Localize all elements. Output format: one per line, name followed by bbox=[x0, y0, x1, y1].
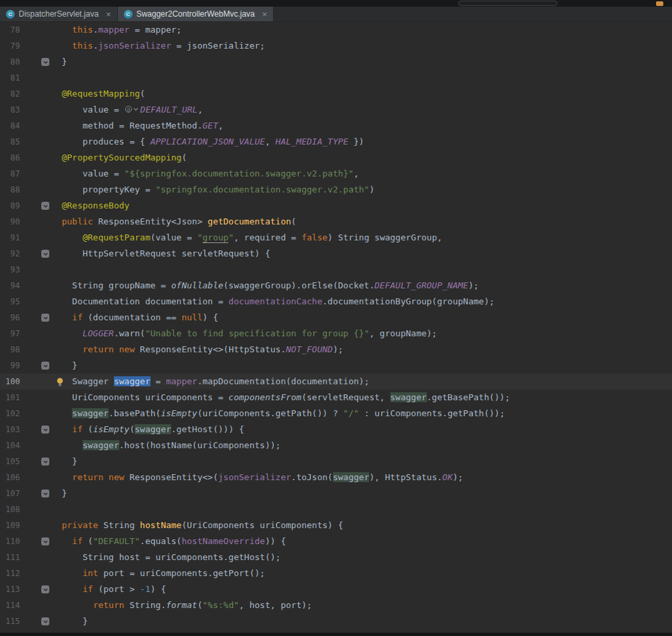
line-number[interactable]: 83 bbox=[0, 102, 20, 118]
code-line[interactable]: 108 bbox=[0, 501, 672, 517]
editor-gutter[interactable]: 86 bbox=[0, 150, 51, 166]
fold-marker-icon[interactable] bbox=[41, 426, 49, 434]
code-line[interactable]: 88 propertyKey = "springfox.documentatio… bbox=[0, 182, 672, 198]
editor-gutter[interactable]: 84 bbox=[0, 118, 51, 134]
tab-close-icon[interactable]: × bbox=[106, 10, 111, 19]
code-line[interactable]: 99 } bbox=[0, 358, 672, 374]
line-number[interactable]: 100 bbox=[0, 374, 20, 390]
editor-gutter[interactable]: 102 bbox=[0, 406, 51, 422]
line-number[interactable]: 109 bbox=[0, 517, 20, 533]
code-line[interactable]: 102 swagger.basePath(isEmpty(uriComponen… bbox=[0, 406, 672, 422]
fold-marker-icon[interactable] bbox=[41, 617, 49, 625]
line-number[interactable]: 87 bbox=[0, 166, 20, 182]
editor-gutter[interactable]: 85 bbox=[0, 134, 51, 150]
editor-gutter[interactable]: 101 bbox=[0, 390, 51, 406]
editor-gutter[interactable]: 98 bbox=[0, 342, 51, 358]
editor-gutter[interactable]: 97 bbox=[0, 326, 51, 342]
code-line[interactable]: 97 LOGGER.warn("Unable to find specifica… bbox=[0, 326, 672, 342]
editor-pane[interactable]: 78 this.mapper = mapper;79 this.jsonSeri… bbox=[0, 22, 672, 633]
code-line[interactable]: 79 this.jsonSerializer = jsonSerializer; bbox=[0, 38, 672, 54]
code-line[interactable]: 81 bbox=[0, 70, 672, 86]
line-number[interactable]: 106 bbox=[0, 470, 20, 485]
code-text[interactable]: return new ResponseEntity<>(HttpStatus.N… bbox=[51, 342, 672, 358]
code-line[interactable]: 98 return new ResponseEntity<>(HttpStatu… bbox=[0, 342, 672, 358]
editor-gutter[interactable]: 109 bbox=[0, 517, 51, 533]
code-text[interactable]: HttpServletRequest servletRequest) { bbox=[51, 246, 672, 262]
editor-gutter[interactable]: 88 bbox=[0, 182, 51, 198]
editor-gutter[interactable]: 90 bbox=[0, 214, 51, 230]
code-lines[interactable]: 78 this.mapper = mapper;79 this.jsonSeri… bbox=[0, 22, 672, 633]
line-number[interactable]: 92 bbox=[0, 246, 20, 262]
code-text[interactable]: } bbox=[51, 485, 672, 501]
code-text[interactable]: this.jsonSerializer = jsonSerializer; bbox=[51, 38, 672, 54]
line-number[interactable]: 97 bbox=[0, 326, 20, 342]
code-text[interactable]: @RequestMapping( bbox=[51, 86, 672, 102]
ide-status-icon[interactable] bbox=[656, 1, 663, 6]
line-number[interactable]: 98 bbox=[0, 342, 20, 358]
code-text[interactable]: propertyKey = "springfox.documentation.s… bbox=[51, 182, 672, 198]
code-line[interactable]: 92 HttpServletRequest servletRequest) { bbox=[0, 246, 672, 262]
line-number[interactable]: 81 bbox=[0, 70, 20, 86]
code-line[interactable]: 110 if ("DEFAULT".equals(hostNameOverrid… bbox=[0, 533, 672, 549]
tab-close-icon[interactable]: × bbox=[262, 10, 268, 19]
code-line[interactable]: 95 Documentation documentation = documen… bbox=[0, 294, 672, 310]
editor-gutter[interactable]: 83 bbox=[0, 102, 51, 118]
code-line[interactable]: 78 this.mapper = mapper; bbox=[0, 22, 672, 38]
code-line[interactable]: 86 @PropertySourcedMapping( bbox=[0, 150, 672, 166]
line-number[interactable]: 99 bbox=[0, 358, 20, 374]
code-line[interactable]: 111 String host = uriComponents.getHost(… bbox=[0, 549, 672, 565]
code-text[interactable]: value = "${springfox.documentation.swagg… bbox=[51, 166, 672, 182]
code-text[interactable]: this.mapper = mapper; bbox=[51, 22, 672, 38]
code-text[interactable]: @ResponseBody bbox=[51, 198, 672, 214]
code-text[interactable]: String groupName = ofNullable(swaggerGro… bbox=[51, 278, 672, 294]
code-text[interactable]: if (documentation == null) { bbox=[51, 310, 672, 326]
code-line[interactable]: 105 } bbox=[0, 454, 672, 470]
editor-gutter[interactable]: 82 bbox=[0, 86, 51, 102]
code-text[interactable]: if ("DEFAULT".equals(hostNameOverride)) … bbox=[51, 533, 672, 549]
editor-gutter[interactable]: 93 bbox=[0, 262, 51, 278]
editor-gutter[interactable]: 95 bbox=[0, 294, 51, 310]
editor-gutter[interactable]: 108 bbox=[0, 501, 51, 517]
editor-gutter[interactable]: 79 bbox=[0, 38, 51, 54]
code-text[interactable]: Documentation documentation = documentat… bbox=[51, 294, 672, 310]
code-line[interactable]: 94 String groupName = ofNullable(swagger… bbox=[0, 278, 672, 294]
code-text[interactable]: if (isEmpty(swagger.getHost())) { bbox=[51, 422, 672, 438]
code-text[interactable] bbox=[51, 262, 672, 278]
line-number[interactable]: 86 bbox=[0, 150, 20, 166]
code-text[interactable]: int port = uriComponents.getPort(); bbox=[51, 565, 672, 581]
editor-gutter[interactable]: 106 bbox=[0, 470, 51, 485]
line-number[interactable]: 113 bbox=[0, 581, 20, 597]
code-text[interactable]: } bbox=[51, 454, 672, 470]
line-number[interactable]: 108 bbox=[0, 501, 20, 517]
line-number[interactable]: 84 bbox=[0, 118, 20, 134]
code-line[interactable]: 84 method = RequestMethod.GET, bbox=[0, 118, 672, 134]
code-text[interactable]: @RequestParam(value = "group", required … bbox=[51, 230, 672, 246]
code-line[interactable]: 83 value = @DEFAULT_URL, bbox=[0, 102, 672, 118]
line-number[interactable]: 88 bbox=[0, 182, 20, 198]
intention-bulb-icon[interactable] bbox=[56, 377, 64, 386]
line-number[interactable]: 90 bbox=[0, 214, 20, 230]
fold-marker-icon[interactable] bbox=[41, 58, 49, 66]
editor-gutter[interactable]: 81 bbox=[0, 70, 51, 86]
editor-gutter[interactable]: 114 bbox=[0, 597, 51, 613]
line-number[interactable]: 82 bbox=[0, 86, 20, 102]
line-number[interactable]: 101 bbox=[0, 390, 20, 406]
editor-tab[interactable]: CSwagger2ControllerWebMvc.java× bbox=[118, 7, 274, 21]
code-line[interactable]: 106 return new ResponseEntity<>(jsonSeri… bbox=[0, 470, 672, 485]
code-text[interactable]: UriComponents uriComponents = components… bbox=[51, 390, 672, 406]
code-line[interactable]: 93 bbox=[0, 262, 672, 278]
code-line[interactable]: 89 @ResponseBody bbox=[0, 198, 672, 214]
code-text[interactable]: Swagger swagger = mapper.mapDocumentatio… bbox=[51, 374, 672, 390]
line-number[interactable]: 78 bbox=[0, 22, 20, 38]
line-number[interactable]: 93 bbox=[0, 262, 20, 278]
code-line[interactable]: 82 @RequestMapping( bbox=[0, 86, 672, 102]
code-line[interactable]: 104 swagger.host(hostName(uriComponents)… bbox=[0, 438, 672, 454]
line-number[interactable]: 102 bbox=[0, 406, 20, 422]
code-text[interactable]: return String.format("%s:%d", host, port… bbox=[51, 597, 672, 613]
line-number[interactable]: 110 bbox=[0, 533, 20, 549]
line-number[interactable]: 103 bbox=[0, 422, 20, 438]
code-line[interactable]: 109 private String hostName(UriComponent… bbox=[0, 517, 672, 533]
editor-gutter[interactable]: 94 bbox=[0, 278, 51, 294]
line-number[interactable]: 114 bbox=[0, 597, 20, 613]
editor-gutter[interactable]: 104 bbox=[0, 438, 51, 454]
